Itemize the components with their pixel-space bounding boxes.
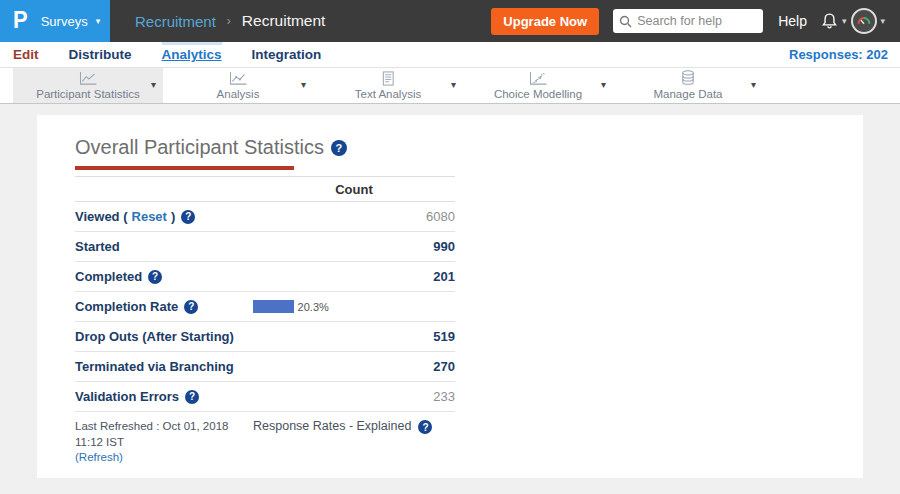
toolbar-manage-data[interactable]: Manage Data ▾ xyxy=(613,68,763,103)
chevron-down-icon: ▾ xyxy=(151,80,156,90)
table-row-completed: Completed 201 xyxy=(75,262,455,292)
row-label-group: Started xyxy=(75,239,253,254)
breadcrumb-parent[interactable]: Recruitment xyxy=(135,13,216,30)
step-chart-icon xyxy=(528,71,548,86)
tab-analytics[interactable]: Analytics xyxy=(162,42,222,67)
row-value: 519 xyxy=(253,329,455,344)
count-column-header: Count xyxy=(253,182,455,197)
row-label: Started xyxy=(75,239,120,254)
row-label-group: Terminated via Branching xyxy=(75,359,253,374)
row-label: Viewed ( xyxy=(75,209,128,224)
survey-nav-tabs: Edit Distribute Analytics Integration Re… xyxy=(0,42,900,68)
chevron-down-icon: ▾ xyxy=(880,17,885,26)
row-label-group: Validation Errors xyxy=(75,389,253,404)
row-label: Terminated via Branching xyxy=(75,359,234,374)
surveys-product-menu[interactable]: P Surveys ▾ xyxy=(0,0,110,42)
row-label-group: Completed xyxy=(75,269,253,284)
breadcrumb-current: Recruitment xyxy=(242,12,326,30)
row-label-group: Drop Outs (After Starting) xyxy=(75,329,253,344)
database-icon xyxy=(680,71,696,86)
breadcrumb-separator-icon: › xyxy=(227,14,231,28)
row-label: Drop Outs (After Starting) xyxy=(75,329,234,344)
analytics-toolbar: Participant Statistics ▾ Analysis ▾ Text… xyxy=(0,68,900,104)
gauge-icon xyxy=(855,12,873,30)
chevron-down-icon: ▾ xyxy=(451,80,456,90)
statistics-card: Overall Participant Statistics Count Vie… xyxy=(37,115,863,478)
tab-integration[interactable]: Integration xyxy=(252,42,322,67)
row-value: 233 xyxy=(253,389,455,404)
notifications-button[interactable]: ▾ xyxy=(820,12,852,31)
chevron-down-icon: ▾ xyxy=(301,80,306,90)
toolbar-item-label: Manage Data xyxy=(653,88,722,100)
title-red-underline xyxy=(75,166,294,170)
help-icon[interactable] xyxy=(418,420,432,434)
upgrade-now-button[interactable]: Upgrade Now xyxy=(491,8,599,35)
chevron-down-icon: ▾ xyxy=(96,17,101,26)
row-label-group: Completion Rate xyxy=(75,299,253,314)
title-help-icon[interactable] xyxy=(331,140,347,156)
toolbar-analysis[interactable]: Analysis ▾ xyxy=(163,68,313,103)
line-chart-icon xyxy=(78,71,98,86)
chevron-down-icon: ▾ xyxy=(842,17,847,26)
page-title: Overall Participant Statistics xyxy=(75,136,324,159)
table-row-started: Started 990 xyxy=(75,232,455,262)
breadcrumb: Recruitment › Recruitment xyxy=(135,12,325,30)
table-header-row: Count xyxy=(75,176,455,202)
bell-icon xyxy=(820,12,839,31)
chevron-down-icon: ▾ xyxy=(601,80,606,90)
toolbar-item-label: Choice Modelling xyxy=(494,88,582,100)
row-value: 270 xyxy=(253,359,455,374)
toolbar-choice-modelling[interactable]: Choice Modelling ▾ xyxy=(463,68,613,103)
row-label-suffix: ) xyxy=(171,209,175,224)
help-icon[interactable] xyxy=(181,210,195,224)
row-label-group: Viewed ( Reset ) xyxy=(75,209,253,224)
toolbar-item-label: Text Analysis xyxy=(355,88,421,100)
surveys-menu-label: Surveys xyxy=(41,14,88,29)
row-label: Validation Errors xyxy=(75,389,179,404)
search-icon xyxy=(619,15,632,28)
page-content: Overall Participant Statistics Count Vie… xyxy=(0,104,900,494)
help-icon[interactable] xyxy=(148,270,162,284)
tab-edit[interactable]: Edit xyxy=(13,42,39,67)
toolbar-text-analysis[interactable]: Text Analysis ▾ xyxy=(313,68,463,103)
table-row-completion-rate: Completion Rate 20.3% xyxy=(75,292,455,322)
document-icon xyxy=(380,71,396,86)
last-refreshed-text: Last Refreshed : Oct 01, 2018 11:12 IST xyxy=(75,420,228,448)
participant-statistics-table: Count Viewed ( Reset ) 6080 Started 990 xyxy=(75,176,455,466)
help-search-box[interactable] xyxy=(613,9,763,33)
completion-rate-bar xyxy=(253,300,294,313)
avatar xyxy=(851,8,877,34)
toolbar-participant-statistics[interactable]: Participant Statistics ▾ xyxy=(13,68,163,103)
help-icon[interactable] xyxy=(185,390,199,404)
topbar-right-group: Upgrade Now Help ▾ ▾ xyxy=(491,8,900,35)
row-value: 990 xyxy=(253,239,455,254)
toolbar-item-label: Analysis xyxy=(217,88,260,100)
responses-count: Responses: 202 xyxy=(789,42,888,67)
top-bar: P Surveys ▾ Recruitment › Recruitment Up… xyxy=(0,0,900,42)
row-label: Completed xyxy=(75,269,142,284)
row-value: 201 xyxy=(253,269,455,284)
reset-link[interactable]: Reset xyxy=(132,209,167,224)
help-link[interactable]: Help xyxy=(778,13,807,29)
table-row-viewed: Viewed ( Reset ) 6080 xyxy=(75,202,455,232)
table-footer: Last Refreshed : Oct 01, 2018 11:12 IST … xyxy=(75,419,455,466)
completion-rate-label: 20.3% xyxy=(298,301,329,313)
refresh-link[interactable]: (Refresh) xyxy=(75,451,123,463)
search-input[interactable] xyxy=(637,14,757,28)
table-row-terminated: Terminated via Branching 270 xyxy=(75,352,455,382)
chevron-down-icon: ▾ xyxy=(751,80,756,90)
response-rates-explained-text: Response Rates - Explained xyxy=(253,419,411,433)
toolbar-item-label: Participant Statistics xyxy=(36,88,140,100)
table-row-validation-errors: Validation Errors 233 xyxy=(75,382,455,412)
questionpro-logo: P xyxy=(13,9,28,32)
completion-rate-cell: 20.3% xyxy=(253,300,455,313)
analysis-chart-icon xyxy=(228,71,248,86)
row-value: 6080 xyxy=(253,209,455,224)
help-icon[interactable] xyxy=(184,300,198,314)
table-row-drop-outs: Drop Outs (After Starting) 519 xyxy=(75,322,455,352)
row-label: Completion Rate xyxy=(75,299,178,314)
tab-distribute[interactable]: Distribute xyxy=(69,42,132,67)
account-menu[interactable]: ▾ xyxy=(851,8,890,34)
